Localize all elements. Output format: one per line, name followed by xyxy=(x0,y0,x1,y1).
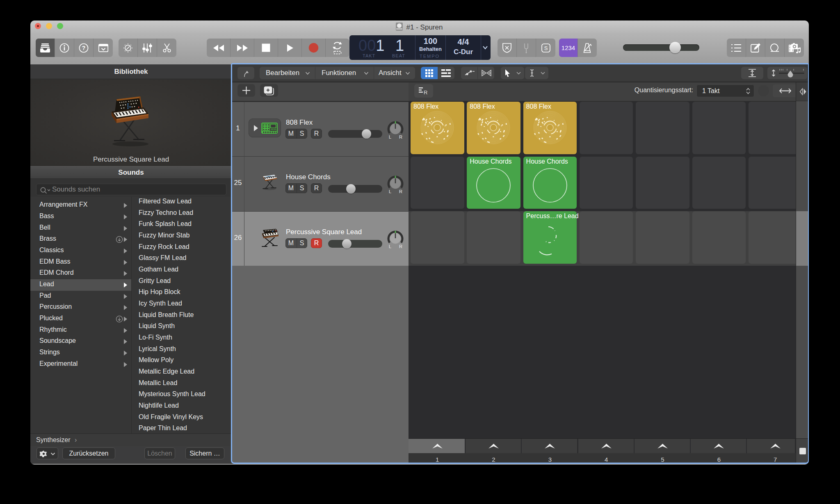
svg-text:L: L xyxy=(389,135,391,139)
svg-text:R: R xyxy=(399,189,402,194)
svg-text:S: S xyxy=(544,45,548,51)
svg-text:?: ? xyxy=(82,45,86,51)
svg-text:L: L xyxy=(389,244,391,249)
svg-text:R: R xyxy=(399,135,402,139)
svg-text:R: R xyxy=(399,244,402,249)
svg-text:R: R xyxy=(424,89,427,95)
svg-text:L: L xyxy=(389,189,391,194)
